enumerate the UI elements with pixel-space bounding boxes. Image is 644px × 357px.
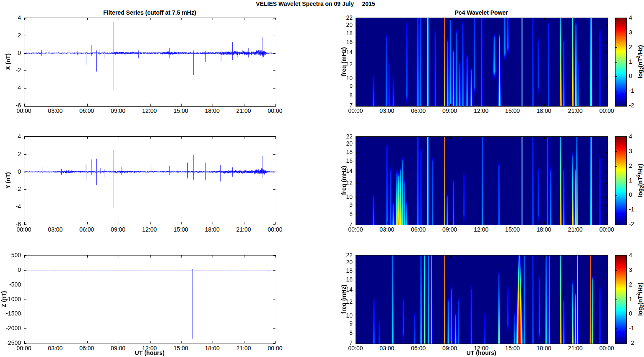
colorbar-3 (615, 255, 627, 344)
freq-ylabel: freq (mHz) (340, 18, 347, 106)
x-axis-tick-label: 12:00 (469, 227, 494, 233)
x-axis-tick-label: 00:00 (343, 108, 368, 114)
x-axis-tick-label: 09:00 (437, 227, 462, 233)
x-axis-tick-label: 03:00 (374, 227, 400, 233)
x-axis-tick-label: 18:00 (531, 227, 556, 233)
x-axis-tick-label: 09:00 (106, 108, 131, 114)
left-xlabel: UT (hours) (24, 349, 275, 356)
x-axis-tick-label: 03:00 (43, 108, 68, 114)
x-axis-tick-label: 00:00 (11, 108, 36, 114)
x-axis-tick-label: 06:00 (74, 227, 99, 233)
x-filtered-series-ylabel: X (nT) (5, 18, 11, 106)
x-axis-tick-label: 03:00 (43, 227, 68, 233)
x-axis-tick-label: 12:00 (137, 227, 162, 233)
colorbar-1 (615, 18, 627, 107)
colorbar-2 (615, 136, 627, 225)
freq-ylabel: freq (mHz) (340, 136, 347, 224)
z-filtered-series-ylabel: Z (nT) (0, 255, 7, 343)
figure: VELIES Wavelet Spectra on 09 July 2015 F… (0, 0, 644, 357)
x-axis-tick-label: 06:00 (74, 108, 99, 114)
x-axis-tick-label: 00:00 (594, 108, 619, 114)
colorbar-label: log2(nT2/Hz) (635, 255, 642, 343)
x-axis-tick-label: 15:00 (168, 227, 193, 233)
x-axis-tick-label: 09:00 (437, 108, 462, 114)
x-axis-tick-label: 00:00 (11, 227, 36, 233)
z-wavelet-power-plot (356, 255, 608, 344)
x-axis-tick-label: 00:00 (262, 108, 288, 114)
x-axis-tick-label: 15:00 (500, 227, 525, 233)
x-axis-tick-label: 15:00 (168, 108, 193, 114)
x-axis-tick-label: 12:00 (137, 108, 162, 114)
x-axis-tick-label: 03:00 (374, 108, 400, 114)
x-axis-tick-label: 21:00 (563, 108, 588, 114)
x-axis-tick-label: 15:00 (500, 108, 525, 114)
freq-ylabel: freq (mHz) (340, 255, 347, 343)
figure-title: VELIES Wavelet Spectra on 09 July 2015 (24, 0, 607, 7)
x-wavelet-power-plot (356, 18, 608, 107)
colorbar-label: log2(nT2/Hz) (635, 136, 642, 224)
x-axis-tick-label: 21:00 (231, 108, 256, 114)
x-axis-tick-label: 21:00 (563, 227, 588, 233)
y-wavelet-power-plot (356, 136, 608, 225)
colorbar-label: log2(nT2/Hz) (635, 18, 642, 106)
x-axis-tick-label: 00:00 (262, 227, 288, 233)
right-column-title: Pc4 Wavelet Power (356, 9, 607, 16)
x-axis-tick-label: 00:00 (343, 227, 368, 233)
x-axis-tick-label: 18:00 (531, 108, 556, 114)
x-filtered-series-plot (24, 18, 276, 107)
x-axis-tick-label: 00:00 (594, 227, 619, 233)
x-axis-tick-label: 21:00 (231, 227, 256, 233)
x-axis-tick-label: 12:00 (469, 108, 494, 114)
z-filtered-series-plot (24, 255, 276, 344)
left-column-title: Filtered Series (cutoff at 7.5 mHz) (24, 9, 275, 16)
x-axis-tick-label: 18:00 (200, 108, 225, 114)
y-filtered-series-plot (24, 136, 276, 225)
x-axis-tick-label: 06:00 (406, 227, 431, 233)
y-filtered-series-ylabel: Y (nT) (5, 136, 11, 224)
x-axis-tick-label: 09:00 (106, 227, 131, 233)
right-xlabel: UT (hours) (356, 349, 607, 356)
x-axis-tick-label: 06:00 (406, 108, 431, 114)
x-axis-tick-label: 18:00 (200, 227, 225, 233)
